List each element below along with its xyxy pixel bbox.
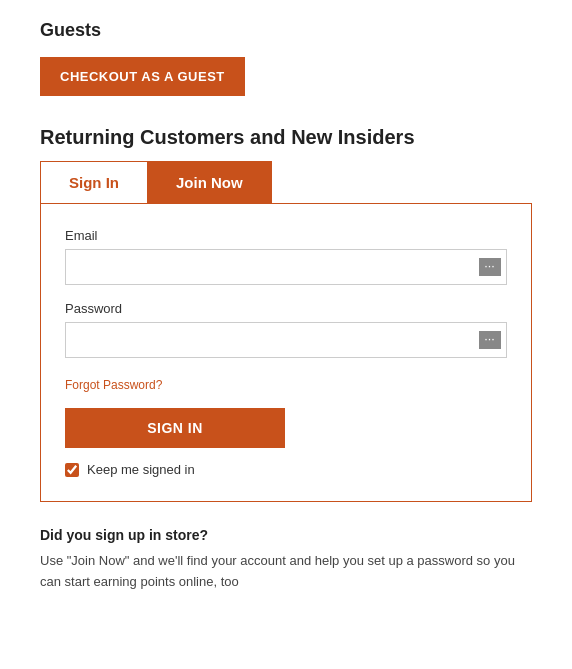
password-input-wrapper: ··· [65,322,507,358]
password-icon: ··· [479,331,501,349]
email-icon: ··· [479,258,501,276]
email-label: Email [65,228,507,243]
info-title: Did you sign up in store? [40,527,532,543]
password-group: Password ··· [65,301,507,358]
keep-signed-in-checkbox[interactable] [65,463,79,477]
forgot-password-link[interactable]: Forgot Password? [65,378,162,392]
keep-signed-in-label: Keep me signed in [87,462,195,477]
form-panel: Email ··· Password ··· Forgot Password? … [40,203,532,502]
email-icon-dots: ··· [485,262,496,272]
tab-signin[interactable]: Sign In [40,161,147,204]
checkout-guest-button[interactable]: CHECKOUT AS A GUEST [40,57,245,96]
info-section: Did you sign up in store? Use "Join Now"… [40,527,532,593]
returning-title: Returning Customers and New Insiders [40,126,532,149]
email-group: Email ··· [65,228,507,285]
tab-joinnow[interactable]: Join Now [147,161,272,204]
sign-in-button[interactable]: SIGN IN [65,408,285,448]
returning-section: Returning Customers and New Insiders Sig… [40,126,532,503]
keep-signed-in-row: Keep me signed in [65,462,507,477]
tabs-container: Sign In Join Now [40,161,532,204]
email-input-wrapper: ··· [65,249,507,285]
email-input[interactable] [65,249,507,285]
guests-title: Guests [40,20,532,41]
info-text: Use "Join Now" and we'll find your accou… [40,551,532,593]
guests-section: Guests CHECKOUT AS A GUEST [40,20,532,96]
password-label: Password [65,301,507,316]
password-icon-dots: ··· [485,335,496,345]
password-input[interactable] [65,322,507,358]
